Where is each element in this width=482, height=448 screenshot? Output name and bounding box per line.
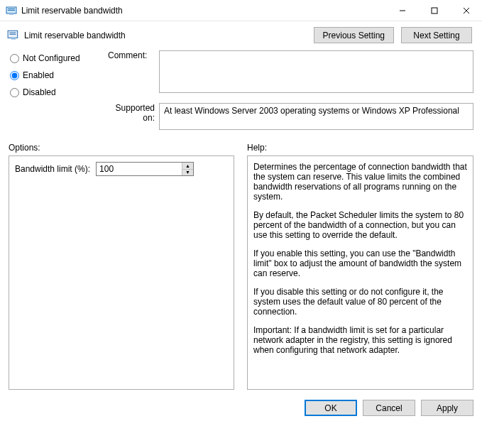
help-paragraph: By default, the Packet Scheduler limits … [253, 210, 467, 240]
svg-rect-2 [8, 9, 15, 9]
radio-not-configured-label: Not Configured [23, 53, 80, 63]
radio-disabled[interactable]: Disabled [9, 87, 108, 97]
maximize-button[interactable] [418, 0, 450, 21]
radio-disabled-input[interactable] [10, 88, 19, 97]
bandwidth-limit-label: Bandwidth limit (%): [15, 164, 90, 174]
config-zone: Not Configured Enabled Disabled Comment:… [0, 45, 482, 133]
svg-rect-11 [9, 33, 16, 34]
next-setting-button[interactable]: Next Setting [401, 27, 472, 43]
close-button[interactable] [450, 0, 482, 21]
state-radios: Not Configured Enabled Disabled [9, 50, 108, 104]
minimize-button[interactable] [386, 0, 418, 21]
help-label: Help: [247, 143, 473, 153]
radio-not-configured[interactable]: Not Configured [9, 53, 108, 63]
radio-enabled-label: Enabled [23, 70, 54, 80]
radio-disabled-label: Disabled [23, 87, 56, 97]
ok-button[interactable]: OK [305, 400, 357, 416]
previous-setting-button[interactable]: Previous Setting [314, 27, 394, 43]
help-paragraph: Important: If a bandwidth limit is set f… [253, 325, 467, 355]
radio-enabled-input[interactable] [10, 71, 19, 80]
apply-button[interactable]: Apply [421, 400, 473, 416]
comment-textarea[interactable] [159, 50, 473, 93]
options-label: Options: [9, 143, 234, 153]
supported-label: Supported on: [108, 103, 159, 123]
svg-rect-9 [11, 38, 16, 39]
window-title: Limit reservable bandwidth [21, 6, 386, 16]
svg-rect-3 [8, 10, 15, 11]
header-row: Limit reservable bandwidth Previous Sett… [0, 21, 482, 45]
spinner-up-button[interactable]: ▲ [182, 163, 193, 170]
policy-icon [7, 29, 20, 42]
cancel-button[interactable]: Cancel [363, 400, 415, 416]
policy-title: Limit reservable bandwidth [24, 31, 126, 40]
supported-on-box: At least Windows Server 2003 operating s… [159, 103, 473, 130]
svg-rect-10 [9, 32, 16, 33]
help-paragraph: Determines the percentage of connection … [253, 162, 467, 202]
options-pane: Bandwidth limit (%): ▲ ▼ [9, 155, 234, 390]
title-bar: Limit reservable bandwidth [0, 0, 482, 21]
radio-not-configured-input[interactable] [10, 54, 19, 63]
supported-on-text: At least Windows Server 2003 operating s… [164, 106, 459, 116]
svg-rect-1 [9, 13, 13, 15]
bandwidth-limit-spinner[interactable]: ▲ ▼ [96, 162, 194, 176]
radio-enabled[interactable]: Enabled [9, 70, 108, 80]
gpedit-icon [6, 5, 17, 16]
bandwidth-limit-input[interactable] [97, 163, 182, 175]
dialog-footer: OK Cancel Apply [0, 390, 482, 423]
help-paragraph: If you enable this setting, you can use … [253, 248, 467, 278]
comment-label: Comment: [108, 50, 159, 60]
svg-rect-5 [432, 8, 437, 13]
help-pane: Determines the percentage of connection … [247, 155, 473, 390]
spinner-down-button[interactable]: ▼ [182, 170, 193, 176]
help-paragraph: If you disable this setting or do not co… [253, 287, 467, 317]
